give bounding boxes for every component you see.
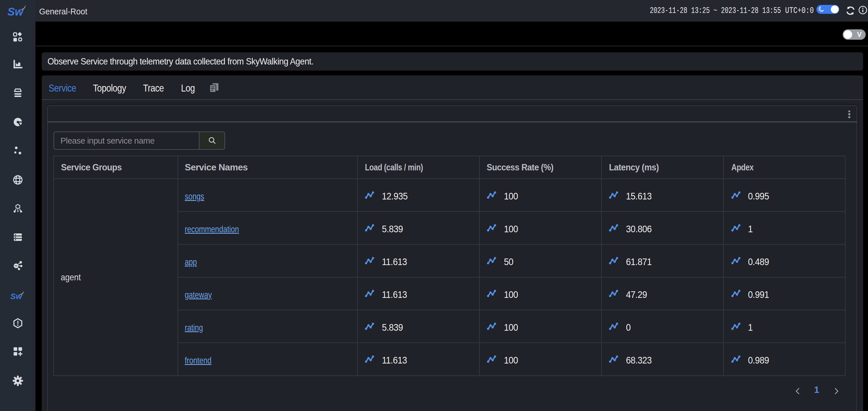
svg-text:Sw: Sw [10, 292, 23, 301]
svg-text:Sw: Sw [7, 6, 24, 18]
